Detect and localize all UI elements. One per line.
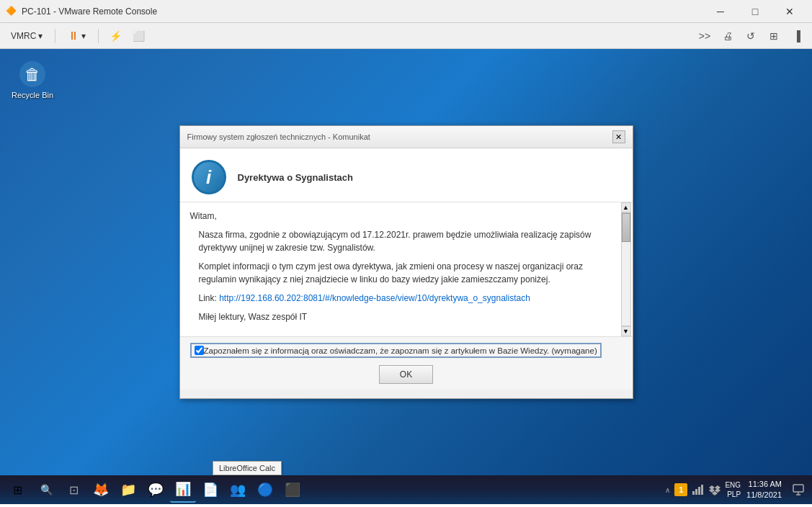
dialog-titlebar: Firmowy system zgłoszeń technicznych - K… bbox=[180, 126, 633, 148]
dialog-title: Dyrektywa o Sygnalistach bbox=[238, 172, 353, 183]
vmrc-menu[interactable]: VMRC ▾ bbox=[6, 28, 48, 44]
dialog-overlay: Firmowy system zgłoszeń technicznych - K… bbox=[0, 49, 812, 475]
notification-button[interactable] bbox=[788, 477, 809, 503]
pdf-button[interactable]: 📄 bbox=[197, 477, 223, 503]
search-button[interactable]: 🔍 bbox=[33, 477, 59, 503]
folder-icon: 📁 bbox=[120, 482, 136, 498]
libreoffice-calc-icon: 📊 bbox=[175, 481, 191, 497]
checkbox-container: Zapoznałem się z informacją oraz oświadc… bbox=[190, 343, 602, 358]
dialog-closing: Miłej lektury, Wasz zespół IT bbox=[190, 310, 623, 323]
ok-button[interactable]: OK bbox=[379, 365, 433, 384]
teams-icon: 💬 bbox=[148, 482, 164, 498]
app-icon: 🔶 bbox=[6, 6, 17, 17]
info-icon: i bbox=[192, 160, 226, 194]
fit-window[interactable]: ⬜ bbox=[129, 27, 148, 45]
network-icon[interactable] bbox=[690, 483, 705, 497]
checkbox-label: Zapoznałem się z informacją oraz oświadc… bbox=[204, 346, 597, 355]
start-button[interactable]: ⊞ bbox=[3, 477, 32, 503]
ok-button-row: OK bbox=[190, 365, 623, 384]
teams-button[interactable]: 💬 bbox=[143, 477, 169, 503]
minimize-button[interactable]: ─ bbox=[704, 0, 737, 23]
checkbox-row: Zapoznałem się z informacją oraz oświadc… bbox=[190, 343, 623, 358]
date: 11/8/2021 bbox=[746, 490, 782, 501]
taskbar: ⊞ 🔍 ⊡ 🦊 📁 💬 📊 📄 👥 🔵 ⬛ LibreOffice Calc bbox=[0, 475, 812, 504]
app1-icon: 🔵 bbox=[257, 482, 273, 498]
svg-rect-5 bbox=[701, 485, 703, 495]
app2-button[interactable]: ⬛ bbox=[280, 477, 305, 503]
toolbar: VMRC ▾ ⏸ ▾ ⚡ ⬜ >> 🖨 ↺ ⊞ ▐ bbox=[0, 23, 812, 49]
dialog-content: Witam, Nasza firma, zgodnie z obowiązują… bbox=[180, 202, 633, 336]
send-ctrl-alt-del[interactable]: ⚡ bbox=[106, 27, 125, 45]
scrollbar-track[interactable] bbox=[621, 212, 631, 326]
dialog-header: i Dyrektywa o Sygnalistach bbox=[180, 148, 633, 202]
dialog-greeting: Witam, bbox=[190, 210, 623, 223]
maximize-button[interactable]: □ bbox=[739, 0, 772, 23]
window-controls: ─ □ ✕ bbox=[704, 0, 806, 23]
search-icon: 🔍 bbox=[40, 484, 53, 495]
system-tray: ∧ 1 ENG PLP 11:36 AM 11/8/20 bbox=[664, 477, 809, 503]
scrollbar-up[interactable]: ▲ bbox=[621, 202, 631, 212]
dialog-para1: Nasza firma, zgodnie z obowiązującym od … bbox=[190, 228, 623, 254]
dialog-link-url[interactable]: http://192.168.60.202:8081/#/knowledge-b… bbox=[219, 293, 530, 303]
clock[interactable]: 11:36 AM 11/8/2021 bbox=[744, 479, 785, 501]
dialog: Firmowy system zgłoszeń technicznych - K… bbox=[179, 125, 633, 399]
pause-button[interactable]: ⏸ ▾ bbox=[63, 27, 91, 45]
toolbar-right: >> 🖨 ↺ ⊞ ▐ bbox=[695, 27, 806, 45]
tray-chevron[interactable]: ∧ bbox=[664, 485, 672, 495]
titlebar: 🔶 PC-101 - VMware Remote Console ─ □ ✕ bbox=[0, 0, 812, 23]
dialog-link: Link: http://192.168.60.202:8081/#/knowl… bbox=[190, 292, 623, 305]
toolbar-separator-2 bbox=[98, 29, 99, 43]
dialog-titlebar-text: Firmowy system zgłoszeń technicznych - K… bbox=[187, 133, 370, 141]
close-button[interactable]: ✕ bbox=[773, 0, 806, 23]
refresh-btn[interactable]: ↺ bbox=[741, 27, 760, 45]
firefox-icon: 🦊 bbox=[93, 482, 109, 498]
dialog-content-inner: Witam, Nasza firma, zgodnie z obowiązują… bbox=[190, 210, 623, 323]
dialog-footer: Zapoznałem się z informacją oraz oświadc… bbox=[180, 336, 633, 390]
svg-rect-2 bbox=[692, 491, 695, 495]
dropbox-icon[interactable] bbox=[708, 483, 722, 497]
scrollbar-down[interactable]: ▼ bbox=[621, 326, 631, 336]
libreoffice-tooltip: LibreOffice Calc bbox=[213, 461, 282, 475]
task-view-icon: ⊡ bbox=[69, 483, 79, 497]
svg-rect-4 bbox=[698, 487, 700, 495]
view-btn[interactable]: ⊞ bbox=[764, 27, 783, 45]
lang-display[interactable]: ENG PLP bbox=[725, 480, 741, 499]
print-btn[interactable]: 🖨 bbox=[718, 27, 737, 45]
svg-rect-3 bbox=[695, 489, 697, 495]
desktop: 🗑 Recycle Bin Firmowy system zgłoszeń te… bbox=[0, 49, 812, 475]
keyboard-layout-badge[interactable]: 1 bbox=[674, 483, 687, 496]
menu-btn[interactable]: ▐ bbox=[788, 27, 806, 45]
app2-icon: ⬛ bbox=[285, 482, 300, 498]
org-icon: 👥 bbox=[230, 482, 246, 498]
dialog-para2: Komplet informacji o tym czym jest owa d… bbox=[190, 260, 623, 286]
libreoffice-calc-button[interactable]: 📊 bbox=[170, 477, 196, 503]
svg-rect-11 bbox=[793, 485, 803, 492]
window-title: PC-101 - VMware Remote Console bbox=[22, 6, 704, 17]
acknowledge-checkbox[interactable] bbox=[195, 346, 204, 355]
forward-btn[interactable]: >> bbox=[695, 27, 714, 45]
toolbar-separator bbox=[55, 29, 55, 43]
pdf-icon: 📄 bbox=[202, 482, 218, 498]
dialog-body: i Dyrektywa o Sygnalistach Witam, Nasza … bbox=[180, 148, 633, 390]
scrollbar-thumb[interactable] bbox=[622, 213, 630, 242]
dialog-scrollbar[interactable]: ▲ ▼ bbox=[621, 202, 631, 336]
org-chart-button[interactable]: 👥 bbox=[225, 477, 251, 503]
app1-button[interactable]: 🔵 bbox=[252, 477, 278, 503]
file-explorer-button[interactable]: 📁 bbox=[115, 477, 141, 503]
start-icon: ⊞ bbox=[13, 483, 22, 497]
time: 11:36 AM bbox=[746, 479, 782, 490]
task-view-button[interactable]: ⊡ bbox=[61, 477, 86, 503]
firefox-button[interactable]: 🦊 bbox=[88, 477, 114, 503]
dialog-close-button[interactable]: ✕ bbox=[612, 130, 625, 143]
